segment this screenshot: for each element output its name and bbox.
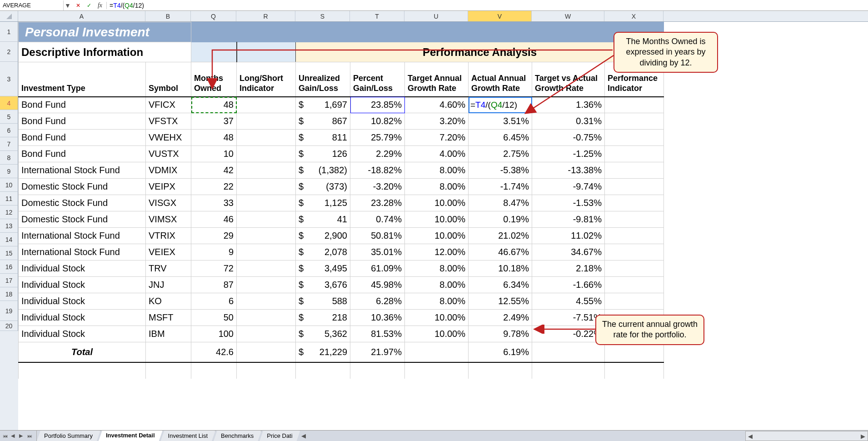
select-all-corner[interactable] <box>0 11 18 21</box>
cell-Q12[interactable]: 29 <box>191 228 237 244</box>
cell-W10[interactable]: -1.53% <box>532 195 605 211</box>
cell-A17[interactable]: Individual Stock <box>19 310 146 326</box>
cell-X9[interactable] <box>605 179 664 195</box>
column-header-U[interactable]: U <box>404 11 468 21</box>
cell-S13[interactable]: $2,078 <box>296 244 350 261</box>
cell-W17[interactable]: -7.51% <box>532 310 605 326</box>
cell-S8[interactable]: $(1,382) <box>296 162 350 179</box>
column-header-B[interactable]: B <box>145 11 191 21</box>
cell-B19[interactable] <box>146 342 191 362</box>
cell-U8[interactable]: 8.00% <box>405 162 469 179</box>
sheet-tab-price-dati[interactable]: Price Dati <box>259 431 300 441</box>
cell-U6[interactable]: 7.20% <box>405 130 469 146</box>
cell-S9[interactable]: $(373) <box>296 179 350 195</box>
cell-X7[interactable] <box>605 146 664 162</box>
cell-A16[interactable]: Individual Stock <box>19 293 146 310</box>
cell[interactable] <box>350 22 405 42</box>
column-header-Q[interactable]: Q <box>191 11 236 21</box>
cell-B10[interactable]: VISGX <box>146 195 191 211</box>
cell-S5[interactable]: $867 <box>296 113 350 130</box>
cell-A10[interactable]: Domestic Stock Fund <box>19 195 146 211</box>
tab-last-button[interactable]: ⏭ <box>27 433 34 439</box>
cell-T12[interactable]: 50.81% <box>350 228 405 244</box>
cell-T13[interactable]: 35.01% <box>350 244 405 261</box>
cell-B12[interactable]: VTRIX <box>146 228 191 244</box>
cell-r20-4[interactable] <box>296 362 350 379</box>
cell[interactable] <box>191 22 237 42</box>
column-header-S[interactable]: S <box>295 11 350 21</box>
cell-B15[interactable]: JNJ <box>146 277 191 293</box>
cell-A6[interactable]: Bond Fund <box>19 130 146 146</box>
cell-A4[interactable]: Bond Fund <box>19 97 146 113</box>
fx-button[interactable]: fx <box>96 2 104 9</box>
cell-Q9[interactable]: 22 <box>191 179 237 195</box>
cell-A13[interactable]: International Stock Fund <box>19 244 146 261</box>
spreadsheet[interactable]: Personal InvestmentDescriptive Informati… <box>18 22 868 430</box>
row-header-5[interactable]: 5 <box>0 110 18 124</box>
cell-A14[interactable]: Individual Stock <box>19 261 146 277</box>
cell-R14[interactable] <box>237 261 296 277</box>
cell-U9[interactable]: 8.00% <box>405 179 469 195</box>
cell-Q7[interactable]: 10 <box>191 146 237 162</box>
cell-V19[interactable]: 6.19% <box>469 342 532 362</box>
tab-next-button[interactable]: ▶ <box>19 433 25 439</box>
cell-S19[interactable]: $21,229 <box>296 342 350 362</box>
cell-S18[interactable]: $5,362 <box>296 326 350 342</box>
enter-button[interactable]: ✓ <box>85 2 93 9</box>
row-header-12[interactable]: 12 <box>0 205 18 219</box>
cell-T18[interactable]: 81.53% <box>350 326 405 342</box>
cell-A18[interactable]: Individual Stock <box>19 326 146 342</box>
sheet-tab-investment-detail[interactable]: Investment Detail <box>99 431 163 441</box>
cell-r20-6[interactable] <box>405 362 469 379</box>
cell-W13[interactable]: 34.67% <box>532 244 605 261</box>
cell-V7[interactable]: 2.75% <box>469 146 532 162</box>
cell-B6[interactable]: VWEHX <box>146 130 191 146</box>
cell-S11[interactable]: $41 <box>296 211 350 228</box>
cell-U19[interactable] <box>405 342 469 362</box>
cell-r20-9[interactable] <box>605 362 664 379</box>
cell-r20-1[interactable] <box>146 362 191 379</box>
cell-T9[interactable]: -3.20% <box>350 179 405 195</box>
cell-T6[interactable]: 25.79% <box>350 130 405 146</box>
cell-B11[interactable]: VIMSX <box>146 211 191 228</box>
cell-V9[interactable]: -1.74% <box>469 179 532 195</box>
cell-U10[interactable]: 10.00% <box>405 195 469 211</box>
row-header-20[interactable]: 20 <box>0 321 18 331</box>
name-box-dropdown[interactable]: ▼ <box>64 2 72 9</box>
cell-W19[interactable] <box>532 342 605 362</box>
cell-R19[interactable] <box>237 342 296 362</box>
cell-Q14[interactable]: 72 <box>191 261 237 277</box>
cell-V18[interactable]: 9.78% <box>469 326 532 342</box>
cancel-button[interactable]: ✕ <box>75 2 82 9</box>
cell-U12[interactable]: 10.00% <box>405 228 469 244</box>
cell-R13[interactable] <box>237 244 296 261</box>
column-header-A[interactable]: A <box>18 11 145 21</box>
cell-R11[interactable] <box>237 211 296 228</box>
cell-T17[interactable]: 10.36% <box>350 310 405 326</box>
cell-W14[interactable]: 2.18% <box>532 261 605 277</box>
cell-U18[interactable]: 10.00% <box>405 326 469 342</box>
sheet-tab-portfolio-summary[interactable]: Portfolio Summary <box>37 431 100 441</box>
cell-B4[interactable]: VFICX <box>146 97 191 113</box>
cell-V6[interactable]: 6.45% <box>469 130 532 146</box>
cell-R8[interactable] <box>237 162 296 179</box>
name-box[interactable]: AVERAGE <box>0 0 64 10</box>
cell-V10[interactable]: 8.47% <box>469 195 532 211</box>
cell-U5[interactable]: 3.20% <box>405 113 469 130</box>
row-header-6[interactable]: 6 <box>0 124 18 137</box>
cell[interactable] <box>469 22 532 42</box>
cell-R5[interactable] <box>237 113 296 130</box>
cell-W8[interactable]: -13.38% <box>532 162 605 179</box>
cell-U11[interactable]: 10.00% <box>405 211 469 228</box>
cell-V12[interactable]: 21.02% <box>469 228 532 244</box>
row-header-16[interactable]: 16 <box>0 260 18 274</box>
cell-Q8[interactable]: 42 <box>191 162 237 179</box>
cell-V16[interactable]: 12.55% <box>469 293 532 310</box>
cell-R9[interactable] <box>237 179 296 195</box>
cell-W6[interactable]: -0.75% <box>532 130 605 146</box>
cell-V15[interactable]: 6.34% <box>469 277 532 293</box>
cell-T16[interactable]: 6.28% <box>350 293 405 310</box>
row-header-17[interactable]: 17 <box>0 274 18 287</box>
cell-Q5[interactable]: 37 <box>191 113 237 130</box>
formula-input[interactable]: =T4/(Q4/12) <box>107 0 868 10</box>
